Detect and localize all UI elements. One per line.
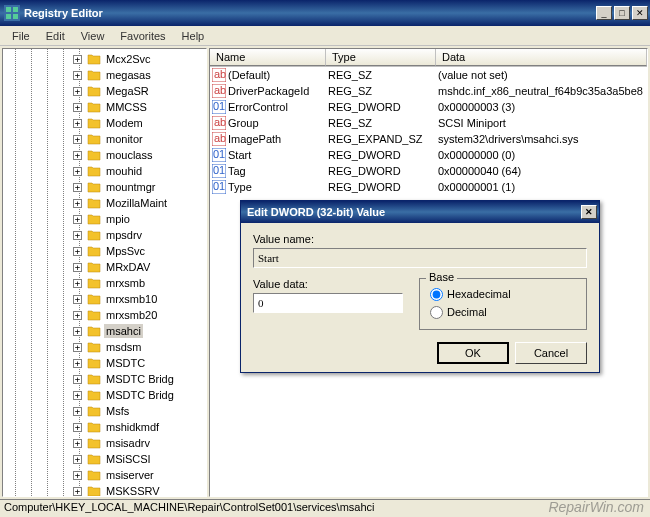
menu-help[interactable]: Help [174, 28, 213, 44]
cell-name: DriverPackageId [228, 85, 328, 97]
tree-item-label: megasas [104, 68, 153, 82]
expand-icon[interactable]: + [73, 295, 82, 304]
cell-data: SCSI Miniport [438, 117, 647, 129]
radio-dec[interactable] [430, 306, 443, 319]
tree-item[interactable]: +MSKSSRV [87, 483, 206, 497]
expand-icon[interactable]: + [73, 247, 82, 256]
list-row[interactable]: 011TagREG_DWORD0x00000040 (64) [210, 163, 647, 179]
tree-item[interactable]: +MSDTC [87, 355, 206, 371]
tree-item[interactable]: +msdsm [87, 339, 206, 355]
cell-name: Group [228, 117, 328, 129]
expand-icon[interactable]: + [73, 55, 82, 64]
radio-hex[interactable] [430, 288, 443, 301]
tree-item[interactable]: +mpio [87, 211, 206, 227]
tree-item[interactable]: +megasas [87, 67, 206, 83]
window-title: Registry Editor [24, 7, 594, 19]
svg-text:011: 011 [213, 100, 226, 112]
expand-icon[interactable]: + [73, 87, 82, 96]
expand-icon[interactable]: + [73, 455, 82, 464]
list-row[interactable]: abImagePathREG_EXPAND_SZsystem32\drivers… [210, 131, 647, 147]
expand-icon[interactable]: + [73, 215, 82, 224]
list-row[interactable]: ab(Default)REG_SZ(value not set) [210, 67, 647, 83]
expand-icon[interactable]: + [73, 199, 82, 208]
tree-item[interactable]: +msiserver [87, 467, 206, 483]
expand-icon[interactable]: + [73, 135, 82, 144]
tree-item[interactable]: +monitor [87, 131, 206, 147]
list-row[interactable]: 011ErrorControlREG_DWORD0x00000003 (3) [210, 99, 647, 115]
expand-icon[interactable]: + [73, 71, 82, 80]
menu-file[interactable]: File [4, 28, 38, 44]
maximize-button[interactable]: □ [614, 6, 630, 20]
menu-view[interactable]: View [73, 28, 113, 44]
tree-item[interactable]: +mrxsmb20 [87, 307, 206, 323]
tree-item[interactable]: +mouclass [87, 147, 206, 163]
tree-item[interactable]: +Msfs [87, 403, 206, 419]
tree-item[interactable]: +mrxsmb [87, 275, 206, 291]
tree-item[interactable]: +MSiSCSI [87, 451, 206, 467]
svg-rect-1 [6, 7, 11, 12]
tree-item[interactable]: +mouhid [87, 163, 206, 179]
list-row[interactable]: 011TypeREG_DWORD0x00000001 (1) [210, 179, 647, 195]
tree-item[interactable]: +MegaSR [87, 83, 206, 99]
tree-item[interactable]: +MMCSS [87, 99, 206, 115]
expand-icon[interactable]: + [73, 423, 82, 432]
tree-item[interactable]: +MpsSvc [87, 243, 206, 259]
expand-icon[interactable]: + [73, 487, 82, 496]
expand-icon[interactable]: + [73, 103, 82, 112]
cell-type: REG_SZ [328, 69, 438, 81]
radio-hex-label: Hexadecimal [447, 288, 511, 300]
expand-icon[interactable]: + [73, 183, 82, 192]
tree-pane[interactable]: +Mcx2Svc+megasas+MegaSR+MMCSS+Modem+moni… [2, 48, 207, 497]
expand-icon[interactable]: + [73, 119, 82, 128]
dialog-close-button[interactable]: ✕ [581, 205, 597, 219]
expand-icon[interactable]: + [73, 439, 82, 448]
tree-item[interactable]: +MRxDAV [87, 259, 206, 275]
dialog-title-bar: Edit DWORD (32-bit) Value ✕ [241, 201, 599, 223]
header-name[interactable]: Name [210, 49, 326, 66]
expand-icon[interactable]: + [73, 151, 82, 160]
list-row[interactable]: 011StartREG_DWORD0x00000000 (0) [210, 147, 647, 163]
expand-icon[interactable]: + [73, 375, 82, 384]
close-button[interactable]: ✕ [632, 6, 648, 20]
expand-icon[interactable]: + [73, 327, 82, 336]
tree-item[interactable]: +mrxsmb10 [87, 291, 206, 307]
expand-icon[interactable]: + [73, 391, 82, 400]
tree-item[interactable]: +msahci [87, 323, 206, 339]
tree-item[interactable]: +msisadrv [87, 435, 206, 451]
list-row[interactable]: abDriverPackageIdREG_SZmshdc.inf_x86_neu… [210, 83, 647, 99]
cancel-button[interactable]: Cancel [515, 342, 587, 364]
cell-data: 0x00000003 (3) [438, 101, 647, 113]
tree-item[interactable]: +mpsdrv [87, 227, 206, 243]
cell-type: REG_SZ [328, 117, 438, 129]
tree-item[interactable]: +mshidkmdf [87, 419, 206, 435]
list-row[interactable]: abGroupREG_SZSCSI Miniport [210, 115, 647, 131]
cell-type: REG_DWORD [328, 149, 438, 161]
expand-icon[interactable]: + [73, 231, 82, 240]
menu-favorites[interactable]: Favorites [112, 28, 173, 44]
expand-icon[interactable]: + [73, 311, 82, 320]
minimize-button[interactable]: _ [596, 6, 612, 20]
expand-icon[interactable]: + [73, 343, 82, 352]
tree-item[interactable]: +MSDTC Bridg [87, 371, 206, 387]
dialog-title: Edit DWORD (32-bit) Value [247, 206, 579, 218]
tree-item[interactable]: +mountmgr [87, 179, 206, 195]
tree-item[interactable]: +Mcx2Svc [87, 51, 206, 67]
header-type[interactable]: Type [326, 49, 436, 66]
header-data[interactable]: Data [436, 49, 647, 66]
ok-button[interactable]: OK [437, 342, 509, 364]
expand-icon[interactable]: + [73, 471, 82, 480]
menu-edit[interactable]: Edit [38, 28, 73, 44]
expand-icon[interactable]: + [73, 407, 82, 416]
expand-icon[interactable]: + [73, 359, 82, 368]
tree-item[interactable]: +MozillaMaint [87, 195, 206, 211]
svg-rect-2 [13, 7, 18, 12]
edit-dword-dialog: Edit DWORD (32-bit) Value ✕ Value name: … [240, 200, 600, 373]
tree-item[interactable]: +Modem [87, 115, 206, 131]
expand-icon[interactable]: + [73, 279, 82, 288]
expand-icon[interactable]: + [73, 263, 82, 272]
cell-data: (value not set) [438, 69, 647, 81]
tree-item[interactable]: +MSDTC Bridg [87, 387, 206, 403]
cell-data: system32\drivers\msahci.sys [438, 133, 647, 145]
expand-icon[interactable]: + [73, 167, 82, 176]
value-data-field[interactable] [253, 293, 403, 313]
